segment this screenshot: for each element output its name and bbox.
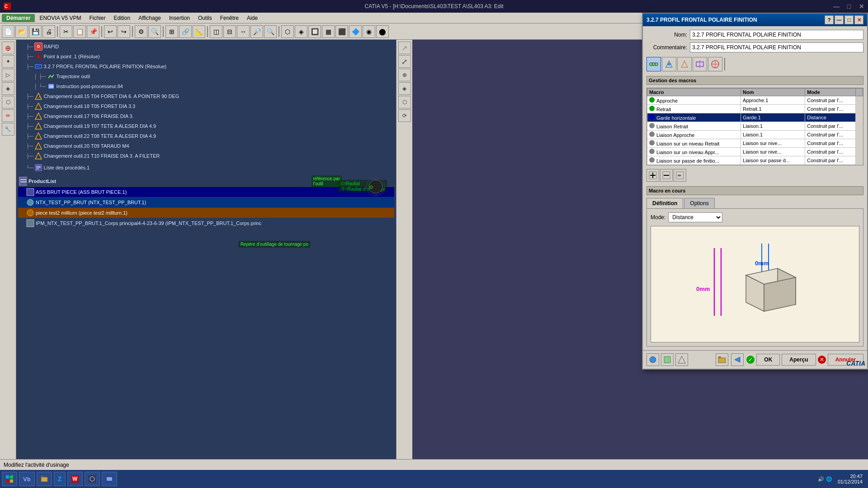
tab-definition[interactable]: Définition: [646, 198, 683, 208]
product-piece[interactable]: piece test2 millturn (piece test2 milltu…: [18, 208, 394, 218]
nom-input[interactable]: [690, 30, 863, 40]
toolbar-undo[interactable]: ↩: [104, 25, 117, 38]
left-btn-5[interactable]: ⬡: [2, 96, 14, 108]
toolbar-3d-2[interactable]: ◈: [295, 25, 307, 38]
toolbar-new[interactable]: 📄: [2, 25, 14, 38]
toolbar-3d-5[interactable]: ⬛: [335, 25, 348, 38]
mode-dropdown[interactable]: DistanceConstruit par l'...Manuel: [668, 212, 722, 222]
tree-item-tool22[interactable]: ├─ Changement outil.22 T08 TETE A ALESER…: [18, 131, 394, 141]
macro-row-3[interactable]: Liaison Retrait Liaison.1 Construit par …: [647, 122, 863, 131]
toolbar-macro[interactable]: ⚙: [135, 25, 147, 38]
taskbar-img[interactable]: [85, 472, 100, 486]
right-btn-3[interactable]: ⊕: [398, 69, 411, 81]
toolbar-zoom-in[interactable]: 🔎: [250, 25, 263, 38]
tree-item-profil[interactable]: ├─ 3.2.7 PROFIL FRONTAL POLAIRE FINITION…: [18, 61, 394, 71]
dialog-help-btn[interactable]: ?: [825, 15, 834, 24]
macro-row-5[interactable]: Liaison sur un niveau Retrait Liaison su…: [647, 139, 863, 148]
right-btn-2[interactable]: ⤢: [398, 55, 411, 68]
tree-item-tool20[interactable]: ├─ Changement outil.20 T09 TARAUD M4: [18, 141, 394, 151]
ok-button[interactable]: OK: [756, 354, 780, 366]
toolbar-view2[interactable]: ⊟: [223, 25, 236, 38]
right-btn-1[interactable]: ↗: [398, 42, 411, 54]
toolbar-save[interactable]: 💾: [29, 25, 42, 38]
macro-edit-btn[interactable]: ✏: [674, 169, 686, 182]
taskbar-explorer[interactable]: [37, 472, 52, 486]
left-btn-1[interactable]: ⊕: [2, 42, 14, 54]
tree-item-tool18[interactable]: ├─ Changement outil.18 T05 FORET DIA 3.3: [18, 101, 394, 111]
left-btn-7[interactable]: 🔧: [2, 123, 14, 136]
toolbar-view3[interactable]: ↔: [237, 25, 250, 38]
tree-item-traj[interactable]: │ ├─ Trajectoire outil: [18, 71, 394, 81]
taskbar-word[interactable]: W: [67, 472, 83, 486]
footer-folder-btn[interactable]: [716, 353, 728, 366]
icon-btn-tool3[interactable]: [677, 57, 692, 71]
left-btn-2[interactable]: ✦: [2, 55, 14, 68]
toolbar-measure[interactable]: 📐: [193, 25, 205, 38]
toolbar-cut[interactable]: ✂: [60, 25, 72, 38]
toolbar-paste[interactable]: 📌: [87, 25, 99, 38]
footer-icon-2[interactable]: [661, 353, 674, 366]
macro-add-btn[interactable]: [646, 169, 659, 182]
start-menu-item[interactable]: Démarrer: [2, 14, 35, 22]
tree-item-rapid[interactable]: ├─ ⚙ RAPID: [18, 42, 394, 52]
left-btn-6[interactable]: ✏: [2, 109, 14, 122]
toolbar-view1[interactable]: ◫: [210, 25, 222, 38]
menu-aide[interactable]: Aide: [243, 14, 261, 22]
toolbar-3d-7[interactable]: ◉: [363, 25, 375, 38]
footer-icon-3[interactable]: [675, 353, 688, 366]
macro-remove-btn[interactable]: [660, 169, 673, 182]
macro-row-1[interactable]: Retrait Retrait.1 Construit par l'...: [647, 105, 863, 113]
dialog-close-btn[interactable]: ✕: [854, 15, 863, 24]
product-ntx[interactable]: NTX_TEST_PP_BRUT (NTX_TEST_PP_BRUT.1): [18, 197, 394, 207]
toolbar-snap[interactable]: 🔗: [179, 25, 192, 38]
macro-row-0[interactable]: Approche Approche.1 Construit par l'...: [647, 96, 863, 105]
taskbar-vb[interactable]: Vb: [19, 472, 35, 486]
menu-fichier[interactable]: Fichier: [85, 14, 109, 22]
tree-item-tool15[interactable]: ├─ ↗ Changement outil.15 T04 FORET DIA 6…: [18, 91, 394, 101]
icon-btn-machining[interactable]: [646, 57, 661, 71]
toolbar-3d-4[interactable]: ▦: [322, 25, 335, 38]
toolbar-copy[interactable]: 📋: [73, 25, 86, 38]
menu-affichage[interactable]: Affichage: [135, 14, 165, 22]
toolbar-3d-1[interactable]: ⬡: [281, 25, 294, 38]
icon-btn-tool2[interactable]: [662, 57, 676, 71]
footer-icon-1[interactable]: [646, 353, 659, 366]
icon-btn-tool5[interactable]: [708, 57, 722, 71]
macro-row-4[interactable]: Liaison Approche Liaison.1 Construit par…: [647, 131, 863, 139]
menu-enovia[interactable]: ENOVIA V5 VPM: [36, 14, 85, 22]
menu-fenetre[interactable]: Fenêtre: [217, 14, 242, 22]
tree-item-point[interactable]: ├─ Point à point .1 (Résolue): [18, 52, 394, 61]
menu-insertion[interactable]: Insertion: [165, 14, 193, 22]
toolbar-zoom-out[interactable]: 🔍: [264, 25, 277, 38]
commentaire-input[interactable]: [690, 42, 863, 52]
toolbar-search[interactable]: 🔍: [148, 25, 161, 38]
apercu-button[interactable]: Aperçu: [782, 354, 816, 366]
minimize-btn[interactable]: —: [830, 0, 843, 13]
macro-table-container[interactable]: Macro Nom Mode Approche Approche.1 Const…: [646, 88, 863, 165]
toolbar-3d-3[interactable]: 🔲: [308, 25, 321, 38]
product-ipm[interactable]: IPM_NTX_TEST_PP_BRUT.1_Corps principal4-…: [18, 218, 394, 228]
tree-item-tool19[interactable]: ├─ Changement outil.19 T07 TETE A ALESER…: [18, 121, 394, 131]
macro-row-2[interactable]: Garde horizontale Garde.1 Distance: [647, 113, 863, 122]
toolbar-open[interactable]: 📂: [15, 25, 28, 38]
tree-item-liste[interactable]: └─ Liste des procédés.1: [18, 163, 394, 173]
left-btn-3[interactable]: ▷: [2, 69, 14, 81]
dialog-min-btn[interactable]: —: [835, 15, 844, 24]
taskbar-z[interactable]: Z: [54, 472, 66, 486]
taskbar-start[interactable]: [2, 472, 17, 486]
footer-arrow-btn[interactable]: [731, 353, 744, 366]
toolbar-redo[interactable]: ↪: [118, 25, 130, 38]
menu-edition[interactable]: Edition: [110, 14, 134, 22]
tree-item-tool17[interactable]: ├─ Changement outil.17 T06 FRAISE DIA 3.: [18, 111, 394, 121]
right-btn-5[interactable]: ⬡: [398, 96, 411, 108]
toolbar-grid[interactable]: ⊞: [165, 25, 178, 38]
right-btn-4[interactable]: ◈: [398, 82, 411, 95]
left-btn-4[interactable]: ◈: [2, 82, 14, 95]
close-btn[interactable]: ✕: [855, 0, 868, 13]
taskbar-photo[interactable]: [102, 472, 117, 486]
macro-row-7[interactable]: Liaison sur passe de finitio... Liaison …: [647, 156, 863, 165]
tree-item-instr[interactable]: │ └─ 84 Instruction post-processeur.84: [18, 81, 394, 91]
toolbar-print[interactable]: 🖨: [42, 25, 55, 38]
maximize-btn[interactable]: □: [843, 0, 855, 13]
tab-options[interactable]: Options: [684, 198, 714, 208]
